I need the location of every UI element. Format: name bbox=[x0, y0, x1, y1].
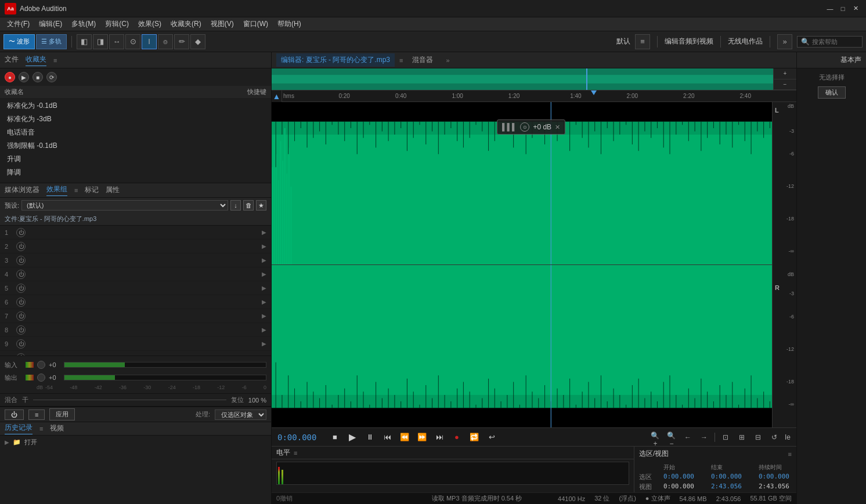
cursor-button[interactable]: I bbox=[142, 34, 157, 49]
media-browser-tab[interactable]: 媒体浏览器 bbox=[5, 185, 39, 196]
fast-forward-button[interactable]: ⏩ bbox=[416, 431, 428, 444]
multitrack-mode-button[interactable]: ☰ 多轨 bbox=[36, 34, 67, 49]
to-start-button[interactable]: ⏮ bbox=[381, 431, 394, 444]
waveform-mode-button[interactable]: 〜 波形 bbox=[3, 34, 35, 49]
menu-clip[interactable]: 剪辑(C) bbox=[100, 18, 133, 30]
preset-download-button[interactable]: ↓ bbox=[230, 200, 241, 211]
list-view-button[interactable]: ≡ bbox=[28, 409, 45, 420]
select-button[interactable]: ⌾ bbox=[158, 34, 173, 49]
stop-button[interactable]: ■ bbox=[33, 72, 43, 82]
preset-star-button[interactable]: ★ bbox=[256, 200, 266, 211]
loop-playback-button[interactable]: ⟳ bbox=[46, 72, 57, 82]
folder-menu-icon[interactable]: ≡ bbox=[53, 57, 57, 64]
zoom-out-transport-button[interactable]: 🔍− bbox=[666, 432, 677, 443]
stop-transport-button[interactable]: ■ bbox=[329, 431, 341, 444]
play-transport-button[interactable]: ▶ bbox=[346, 431, 359, 444]
effect-hard-limit[interactable]: 强制限幅 -0.1dB bbox=[0, 139, 271, 153]
menu-favorites[interactable]: 收藏夹(R) bbox=[166, 18, 206, 30]
overview-zoom-out-button[interactable]: − bbox=[774, 79, 796, 90]
search-input[interactable] bbox=[812, 38, 858, 45]
zoom-full-button[interactable]: ⊞ bbox=[736, 432, 748, 443]
razor-button[interactable]: ◆ bbox=[190, 34, 205, 49]
history-menu-icon[interactable]: ≡ bbox=[39, 425, 43, 432]
playhead-home-button[interactable]: ▲ bbox=[272, 90, 282, 102]
process-select[interactable]: 仅选区对象 bbox=[215, 409, 266, 420]
overview-zoom-in-button[interactable]: + bbox=[774, 68, 796, 79]
menu-help[interactable]: 帮助(H) bbox=[273, 18, 306, 30]
volume-knob-icon[interactable]: ⊙ bbox=[520, 122, 529, 132]
effect-normalize-3[interactable]: 标准化为 -3dB bbox=[0, 113, 271, 126]
zoom-in-button[interactable]: ◧ bbox=[77, 34, 92, 49]
zoom-selection-button[interactable]: ⊡ bbox=[720, 432, 731, 443]
editor-tab-menu-icon[interactable]: ≡ bbox=[399, 57, 403, 64]
power-toggle-button[interactable]: ⏻ bbox=[5, 409, 24, 420]
history-tab[interactable]: 历史记录 bbox=[5, 423, 33, 434]
zoom-out-button[interactable]: ◨ bbox=[93, 34, 108, 49]
more-panels-button[interactable]: » bbox=[777, 34, 792, 49]
to-end-button[interactable]: ⏭ bbox=[433, 431, 446, 444]
level-menu-icon[interactable]: ≡ bbox=[294, 449, 297, 456]
close-button[interactable]: ✕ bbox=[850, 4, 861, 13]
effect-power-2[interactable]: ⏻ bbox=[16, 242, 26, 251]
ok-button[interactable]: 确认 bbox=[818, 86, 846, 99]
effect-power-6[interactable]: ⏻ bbox=[16, 298, 26, 307]
draw-button[interactable]: ✏ bbox=[174, 34, 189, 49]
effect-power-5[interactable]: ⏻ bbox=[16, 284, 26, 293]
pause-transport-button[interactable]: ⏸ bbox=[363, 431, 376, 444]
record-transport-button[interactable]: ● bbox=[450, 431, 463, 444]
effect-power-7[interactable]: ⏻ bbox=[16, 311, 26, 321]
record-button[interactable]: ● bbox=[5, 72, 15, 82]
play-button[interactable]: ▶ bbox=[19, 72, 29, 82]
effect-power-3[interactable]: ⏻ bbox=[16, 256, 26, 265]
zoom-reset-button[interactable]: ↺ bbox=[768, 432, 780, 443]
rewind-button[interactable]: ⏪ bbox=[398, 431, 411, 444]
loop-button[interactable]: ⊙ bbox=[125, 34, 140, 49]
minimize-button[interactable]: — bbox=[824, 4, 836, 13]
more-tabs-button[interactable]: » bbox=[442, 56, 453, 65]
editor-tab-main[interactable]: 编辑器: 夏宝乐 - 阿哥的心变了.mp3 bbox=[276, 53, 395, 67]
preset-select[interactable]: (默认) bbox=[21, 200, 228, 211]
volume-expand-icon[interactable]: ✕ bbox=[555, 124, 560, 131]
input-knob[interactable] bbox=[37, 361, 45, 369]
zoom-right-button[interactable]: → bbox=[698, 432, 710, 443]
loop-transport-button[interactable]: 🔁 bbox=[468, 431, 481, 444]
history-item-open[interactable]: ▶ 📁 打开 bbox=[5, 438, 266, 447]
folder-tab[interactable]: 收藏夹 bbox=[26, 55, 46, 66]
effect-power-9[interactable]: ⏻ bbox=[16, 339, 26, 349]
effect-pitch-down[interactable]: 降调 bbox=[0, 166, 271, 179]
effect-normalize-01[interactable]: 标准化为 -0.1dB bbox=[0, 99, 271, 113]
output-bar[interactable] bbox=[64, 375, 266, 380]
selection-view-icon[interactable]: ≡ bbox=[788, 451, 792, 458]
mixer-tab[interactable]: 混音器 bbox=[407, 53, 438, 67]
zoom-in-transport-button[interactable]: 🔍+ bbox=[650, 432, 661, 443]
settings-button[interactable]: ≡ bbox=[635, 34, 650, 49]
waveform-canvas[interactable]: // Can't use script inside SVG in this c… bbox=[272, 102, 772, 427]
menu-file[interactable]: 文件(F) bbox=[2, 18, 34, 30]
waveform-overview[interactable]: + − bbox=[272, 68, 796, 90]
effect-power-4[interactable]: ⏻ bbox=[16, 270, 26, 279]
pan-button[interactable]: ↔ bbox=[109, 34, 124, 49]
maximize-button[interactable]: □ bbox=[837, 4, 849, 13]
waveform-area[interactable]: // Can't use script inside SVG in this c… bbox=[272, 102, 796, 427]
menu-view[interactable]: 视图(V) bbox=[206, 18, 239, 30]
effect-power-8[interactable]: ⏻ bbox=[16, 325, 26, 335]
zoom-left-button[interactable]: ← bbox=[682, 432, 694, 443]
effects-group-tab[interactable]: 效果组 bbox=[46, 184, 67, 196]
menu-edit[interactable]: 编辑(E) bbox=[34, 18, 67, 30]
menu-window[interactable]: 窗口(W) bbox=[239, 18, 273, 30]
file-tab[interactable]: 文件 bbox=[5, 55, 19, 66]
menu-multitrack[interactable]: 多轨(M) bbox=[67, 18, 100, 30]
effects-group-menu-icon[interactable]: ≡ bbox=[74, 187, 78, 194]
video-tab[interactable]: 视频 bbox=[50, 423, 64, 434]
output-knob[interactable] bbox=[37, 374, 45, 382]
effect-telephone[interactable]: 电话语音 bbox=[0, 126, 271, 139]
repeat-button[interactable]: ↩ bbox=[485, 431, 498, 444]
preset-delete-button[interactable]: 🗑 bbox=[243, 200, 254, 211]
effect-pitch-up[interactable]: 升调 bbox=[0, 153, 271, 166]
menu-effects[interactable]: 效果(S) bbox=[133, 18, 166, 30]
zoom-fit-button[interactable]: ⊟ bbox=[752, 432, 764, 443]
input-bar[interactable] bbox=[64, 362, 266, 368]
apply-button[interactable]: 应用 bbox=[49, 408, 75, 420]
effect-power-1[interactable]: ⏻ bbox=[16, 228, 26, 237]
properties-tab[interactable]: 属性 bbox=[106, 185, 120, 196]
